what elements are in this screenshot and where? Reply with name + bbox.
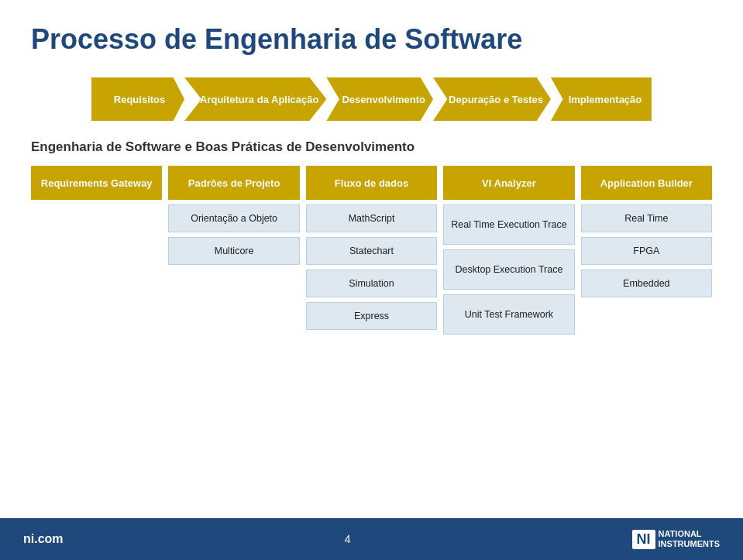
col-vi-analyzer: VI Analyzer Real Time Execution Trace De… bbox=[443, 166, 574, 335]
process-step-depuracao: Depuração e Testes bbox=[433, 77, 551, 121]
col-item-realtime: Real Time bbox=[581, 204, 712, 232]
col-requirements-gateway: Requirements Gateway bbox=[31, 166, 162, 335]
col-item-orientacao: Orientação a Objeto bbox=[168, 204, 299, 232]
col-item-mathscript: MathScript bbox=[306, 204, 437, 232]
footer-logo: NI NATIONALINSTRUMENTS bbox=[632, 529, 720, 549]
ni-logo-text: NATIONALINSTRUMENTS bbox=[659, 529, 720, 549]
ni-logo-box: NI bbox=[632, 530, 655, 549]
step-label-requisitos: Requisitos bbox=[91, 77, 184, 121]
col-item-desktop-exec: Desktop Execution Trace bbox=[443, 249, 574, 290]
col-item-embedded: Embedded bbox=[581, 270, 712, 297]
col-header-requirements-gateway: Requirements Gateway bbox=[31, 166, 162, 200]
col-item-simulation: Simulation bbox=[306, 270, 437, 297]
process-step-arquitetura: Arquitetura da Aplicação bbox=[184, 77, 326, 121]
col-item-unit-test: Unit Test Framework bbox=[443, 294, 574, 335]
page-title: Processo de Engenharia de Software bbox=[31, 23, 712, 56]
process-step-requisitos: Requisitos bbox=[91, 77, 184, 121]
col-item-express: Express bbox=[306, 302, 437, 330]
col-fluxo: Fluxo de dados MathScript Statechart Sim… bbox=[306, 166, 437, 335]
col-app-builder: Application Builder Real Time FPGA Embed… bbox=[581, 166, 712, 335]
table-section: Requirements Gateway Padrões de Projeto … bbox=[31, 166, 712, 335]
col-header-vi-analyzer: VI Analyzer bbox=[443, 166, 574, 200]
process-step-desenvolvimento: Desenvolvimento bbox=[326, 77, 433, 121]
step-label-desenvolvimento: Desenvolvimento bbox=[326, 77, 433, 121]
process-flow: Requisitos Arquitetura da Aplicação Dese… bbox=[31, 77, 712, 121]
col-item-statechart: Statechart bbox=[306, 237, 437, 265]
footer: ni.com 4 NI NATIONALINSTRUMENTS bbox=[0, 518, 743, 560]
step-label-implementacao: Implementação bbox=[551, 77, 652, 121]
section-subtitle: Engenharia de Software e Boas Práticas d… bbox=[31, 139, 712, 155]
col-item-fpga: FPGA bbox=[581, 237, 712, 265]
col-header-fluxo: Fluxo de dados bbox=[306, 166, 437, 200]
step-label-arquitetura: Arquitetura da Aplicação bbox=[184, 77, 326, 121]
col-header-app-builder: Application Builder bbox=[581, 166, 712, 200]
footer-url: ni.com bbox=[23, 532, 64, 546]
col-item-multicore: Multicore bbox=[168, 237, 299, 265]
process-step-implementacao: Implementação bbox=[551, 77, 652, 121]
slide: Processo de Engenharia de Software Requi… bbox=[0, 0, 743, 560]
col-header-padroes: Padrões de Projeto bbox=[168, 166, 299, 200]
col-padroes: Padrões de Projeto Orientação a Objeto M… bbox=[168, 166, 299, 335]
footer-page: 4 bbox=[345, 533, 351, 545]
col-item-realtime-exec: Real Time Execution Trace bbox=[443, 204, 574, 245]
step-label-depuracao: Depuração e Testes bbox=[433, 77, 551, 121]
